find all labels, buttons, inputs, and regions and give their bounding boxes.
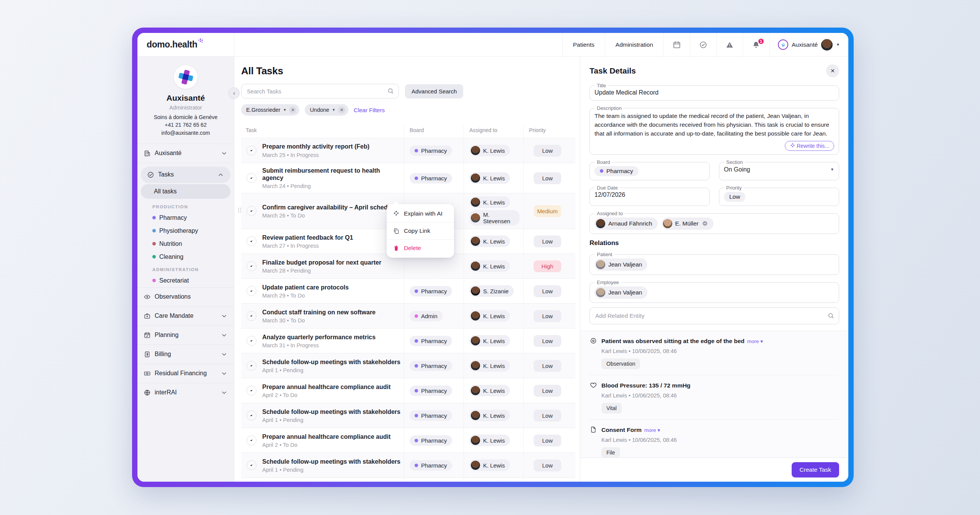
table-row[interactable]: Schedule follow-up meetings with stakeho…	[241, 453, 575, 477]
title-input[interactable]	[595, 88, 834, 97]
rewrite-ai-button[interactable]: Rewrite this...	[785, 141, 834, 151]
more-link[interactable]: more ▾	[747, 338, 763, 344]
drag-handle-icon[interactable]	[236, 206, 243, 216]
account-menu[interactable]: Auxisanté ▼	[769, 33, 848, 56]
task-check-icon[interactable]	[247, 435, 256, 445]
table-row[interactable]: Conduct staff training on new softwareMa…	[241, 303, 575, 328]
table-row[interactable]: Prepare monthly activity report (Feb)Mar…	[241, 138, 575, 163]
priority-badge: Low	[534, 335, 561, 347]
task-check-icon[interactable]	[247, 336, 256, 346]
nav-tasks-check-icon[interactable]	[690, 33, 716, 56]
menu-item-copy-link[interactable]: Copy Link	[387, 222, 454, 239]
clear-filters-link[interactable]: Clear Filters	[354, 107, 385, 113]
board-chip: Pharmacy	[410, 361, 452, 371]
board-field[interactable]: Board Pharmacy	[590, 159, 710, 180]
close-icon[interactable]: ✕	[826, 64, 839, 77]
heart-icon	[590, 381, 597, 389]
avatar	[471, 262, 480, 271]
table-row[interactable]: Schedule follow-up meetings with stakeho…	[241, 353, 575, 378]
sidebar-item-observations[interactable]: Observations	[137, 288, 234, 306]
nav-item-patients[interactable]: Patients	[562, 33, 605, 56]
task-check-icon[interactable]	[247, 386, 256, 396]
board-chip: Pharmacy	[410, 336, 452, 346]
nav-notifications-bell-icon[interactable]: 1	[743, 33, 769, 56]
briefcase-icon	[144, 312, 151, 320]
related-item: Blood Pressure: 135 / 72 mmHgKarl Lewis …	[590, 375, 839, 419]
filter-chip-undone[interactable]: Undone▼✕	[305, 104, 348, 116]
employee-field[interactable]: Employee Jean Valjean	[590, 280, 839, 303]
table-row[interactable]: Submit reimbursement request to health a…	[241, 163, 575, 193]
priority-cell: Low	[523, 329, 575, 353]
task-title: Prepare monthly activity report (Feb)	[262, 143, 369, 150]
table-row[interactable]: Prepare annual healthcare compliance aud…	[241, 378, 575, 403]
add-related-entity-input[interactable]	[590, 307, 839, 324]
sidebar-item-planning[interactable]: Planning	[137, 326, 234, 345]
sidebar-board-secretariat[interactable]: Secretariat	[137, 274, 234, 287]
task-check-icon[interactable]	[247, 173, 256, 183]
table-row[interactable]: Schedule follow-up meetings with stakeho…	[241, 403, 575, 428]
create-task-button[interactable]: Create Task	[792, 462, 839, 477]
sidebar-item-auxisante[interactable]: Auxisanté	[137, 144, 234, 163]
task-check-icon[interactable]	[247, 146, 256, 155]
nav-item-administration[interactable]: Administration	[605, 33, 663, 56]
related-item-meta: Karl Lewis • 10/06/2025, 08:46	[601, 348, 839, 354]
task-check-icon[interactable]	[247, 410, 256, 420]
board-label: Cleaning	[159, 253, 183, 260]
sidebar-board-cleaning[interactable]: Cleaning	[137, 250, 234, 263]
table-row[interactable]: Prepare annual healthcare compliance aud…	[241, 477, 575, 482]
table-row[interactable]: Update patient care protocolsMarch 29 • …	[241, 278, 575, 303]
nav-alerts-triangle-icon[interactable]	[716, 33, 743, 56]
menu-item-delete[interactable]: Delete	[387, 239, 454, 257]
priority-field[interactable]: Priority Low	[719, 185, 839, 206]
patient-field[interactable]: Patient Jean Valjean	[590, 252, 839, 275]
menu-item-explain-with-ai[interactable]: Explain with AI	[387, 205, 454, 222]
task-check-icon[interactable]	[247, 286, 256, 296]
task-check-icon[interactable]	[247, 206, 256, 216]
chevron-up-icon	[217, 171, 224, 178]
section-select[interactable]: On Going▼	[724, 165, 834, 173]
assigned-to-field[interactable]: Assigned to Arnaud FähnrichE. Müller	[590, 211, 839, 234]
remove-filter-icon[interactable]: ✕	[338, 106, 345, 114]
sidebar-item-tasks[interactable]: Tasks	[141, 167, 230, 183]
sidebar-board-nutrition[interactable]: Nutrition	[137, 237, 234, 250]
sidebar-board-pharmacy[interactable]: Pharmacy	[137, 211, 234, 224]
account-org-name: Auxisanté	[792, 41, 818, 48]
sidebar-item-interrai[interactable]: interRAI	[137, 383, 234, 402]
row-context-menu: Explain with AICopy LinkDelete	[387, 204, 454, 258]
task-check-icon[interactable]	[247, 311, 256, 321]
avatar	[471, 461, 480, 470]
sidebar-item-all-tasks[interactable]: All tasks	[141, 184, 230, 199]
due-date-input[interactable]	[595, 191, 705, 199]
search-input[interactable]	[241, 84, 399, 98]
chevron-down-icon	[220, 150, 228, 157]
sidebar-item-residual-financing[interactable]: Residual Financing	[137, 364, 234, 383]
more-link[interactable]: more ▾	[644, 427, 660, 433]
priority-cell: Low	[523, 163, 575, 193]
assigned-cell: K. Lewis	[464, 329, 523, 353]
board-label: Pharmacy	[421, 437, 447, 444]
building-icon	[144, 150, 151, 157]
tasks-table: Task Board Assigned to Priority Prepare …	[241, 125, 575, 482]
advanced-search-button[interactable]: Advanced Search	[405, 84, 463, 98]
sidebar-board-physiotherapy[interactable]: Physiotherapy	[137, 224, 234, 237]
sidebar-collapse-button[interactable]: ‹	[229, 87, 240, 98]
table-row[interactable]: Prepare annual healthcare compliance aud…	[241, 428, 575, 453]
field-label: Priority	[724, 185, 743, 191]
section-field[interactable]: Section On Going▼	[719, 159, 839, 180]
sidebar-item-billing[interactable]: Billing	[137, 345, 234, 364]
description-text[interactable]: The team is assigned to update the medic…	[595, 111, 834, 138]
alerts-triangle-icon	[725, 41, 734, 49]
task-text: Conduct staff training on new softwareMa…	[262, 309, 376, 324]
filter-chip-e-grossrieder[interactable]: E.Grossrieder▼✕	[241, 104, 299, 116]
task-meta: March 28 • Pending	[262, 268, 381, 274]
remove-filter-icon[interactable]: ✕	[289, 106, 296, 114]
task-check-icon[interactable]	[247, 261, 256, 271]
task-check-icon[interactable]	[247, 236, 256, 246]
task-check-icon[interactable]	[247, 460, 256, 470]
board-label: Admin	[421, 313, 438, 319]
table-row[interactable]: Analyze quarterly performance metricsMar…	[241, 328, 575, 353]
nav-calendar-icon[interactable]	[663, 33, 690, 56]
sidebar-item-care-mandate[interactable]: Care Mandate	[137, 307, 234, 325]
task-check-icon[interactable]	[247, 361, 256, 371]
avatar	[471, 286, 480, 296]
